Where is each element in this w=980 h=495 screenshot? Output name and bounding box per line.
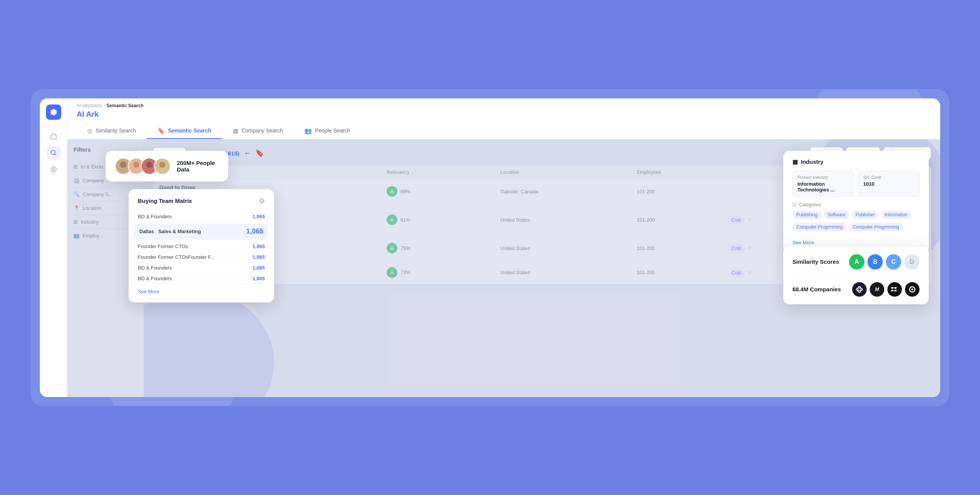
avatar-4 — [154, 158, 171, 175]
score-circle-b: B — [867, 254, 883, 270]
tab-semantic-icon: 🔖 — [157, 127, 165, 134]
tab-similarity-search[interactable]: ◎ Similarity Search — [77, 123, 147, 139]
svg-point-11 — [856, 288, 862, 291]
back-arrow-icon[interactable]: ← — [244, 149, 251, 157]
col-location: Location — [500, 170, 637, 175]
filter-industry[interactable]: ⊞ Industry — [74, 215, 137, 229]
filter-location-label: Location — [83, 205, 101, 211]
matrix-row-2: Founder Former CTOs 1,065 — [138, 241, 265, 252]
status-remove-4[interactable]: × — [748, 269, 751, 276]
industry-icon: ▦ — [792, 158, 798, 165]
tab-company-label: Company Search — [242, 127, 283, 134]
tag-information[interactable]: Information — [881, 211, 911, 219]
svg-point-0 — [51, 150, 55, 154]
svg-rect-16 — [894, 290, 897, 291]
gear-icon[interactable]: ⚙ — [259, 197, 265, 205]
sort-icon[interactable]: ↓ — [411, 170, 413, 175]
filter-in-exclu-label: In & Exclu... — [81, 164, 107, 170]
matrix-label-5: BD & Founders — [138, 276, 172, 281]
similarity-scores-card: Similarity Scores A B C D 68.4M Companie… — [783, 247, 929, 304]
filter-employ-label: Employ... — [83, 233, 103, 239]
matrix-count-3: 1,065 — [252, 254, 265, 260]
filter-employ-icon: 👥 — [74, 233, 80, 239]
svg-point-1 — [51, 167, 56, 172]
app-title-prefix: AI — [77, 110, 84, 118]
sidebar-item-settings[interactable] — [47, 163, 60, 176]
filter-location[interactable]: 📍 Location — [74, 201, 137, 215]
status-remove-3[interactable]: × — [748, 245, 751, 251]
col-employees: Employees — [637, 170, 728, 175]
location-cell-3: United States — [500, 245, 637, 251]
svg-point-18 — [911, 288, 913, 290]
score-circle-d: D — [904, 254, 920, 270]
content-area: 🔖 Saved Account (457,615) ← 🔖 💾 Save ⬇ — [67, 139, 940, 397]
svg-point-12 — [858, 286, 861, 292]
score-circle-c: C — [886, 254, 901, 270]
bookmark-icon-2[interactable]: 🔖 — [255, 149, 264, 157]
filter-employ[interactable]: 👥 Employ... — [74, 229, 137, 242]
tag-publisher[interactable]: Publisher — [852, 211, 879, 219]
location-cell-4: United States — [500, 270, 637, 275]
primary-industry-label: Primary Industry — [797, 175, 849, 180]
filter-company-s-icon: 🔍 — [74, 191, 80, 197]
employees-cell-3: 101-200 — [637, 245, 728, 251]
company-logo-4 — [905, 282, 920, 297]
svg-point-10 — [157, 167, 167, 174]
company-logos: M — [852, 282, 920, 297]
company-logo-2: M — [870, 282, 884, 297]
sic-code-field: SIC Code 1010 — [858, 171, 920, 197]
score-circle-a: A — [849, 254, 864, 270]
industry-card: ▦ Industry Primary Industry Information … — [783, 151, 929, 253]
filter-in-exclu-icon: ⊞ — [74, 164, 78, 170]
matrix-row-highlight: Dallas Sales & Marketing 1,065 — [135, 224, 268, 240]
location-cell-1: Oakville, Canada — [500, 189, 637, 194]
svg-point-7 — [146, 162, 152, 168]
see-more-industry[interactable]: See More — [792, 235, 920, 246]
tab-similarity-label: Similarity Search — [96, 127, 136, 134]
breadcrumb-separator: / — [104, 103, 105, 108]
svg-point-6 — [131, 167, 141, 174]
primary-industry-field: Primary Industry Information Technologie… — [792, 171, 854, 197]
location-cell-2: United States — [500, 217, 637, 223]
tag-software[interactable]: Software — [823, 211, 849, 219]
app-title-main: Ark — [86, 110, 99, 118]
svg-point-3 — [120, 162, 126, 168]
sidebar-item-search[interactable] — [47, 146, 60, 160]
breadcrumb-current: Semantic Search — [106, 103, 144, 108]
tab-semantic-search[interactable]: 🔖 Semantic Search — [147, 123, 222, 139]
svg-rect-13 — [891, 287, 893, 289]
status-tag-2: Cold — [728, 216, 745, 224]
filter-industry-label: Industry — [81, 219, 98, 225]
status-remove-2[interactable]: × — [748, 216, 751, 223]
employees-cell-1: 101-200 — [637, 189, 728, 194]
tab-company-search[interactable]: ▦ Company Search — [222, 123, 294, 139]
relevancy-cell-4: A 73% — [387, 267, 500, 278]
main-content: AI elephants / Semantic Search AI Ark ◎ … — [67, 98, 940, 397]
see-more-buying[interactable]: See More — [138, 284, 265, 295]
svg-point-4 — [118, 167, 128, 174]
score-pct-4: 73% — [400, 270, 410, 275]
score-badge-4: A — [387, 267, 397, 278]
relevancy-cell-1: A 88% — [387, 186, 500, 197]
filter-company-s[interactable]: 🔍 Company S... — [74, 188, 137, 201]
tag-computer-prog-2[interactable]: Computer Progrmming — [849, 223, 903, 231]
sic-code-label: SIC Code — [863, 175, 915, 180]
score-badge-2: A — [387, 214, 397, 225]
app-logo — [46, 105, 61, 120]
tab-people-search[interactable]: 👥 People Search — [294, 123, 361, 139]
score-pct-3: 75% — [400, 245, 410, 251]
matrix-count-4: 1,065 — [252, 265, 265, 271]
matrix-label-1: BD & Founders — [138, 214, 172, 219]
app-header: AI elephants / Semantic Search AI Ark ◎ … — [67, 98, 940, 139]
primary-industry-value: Information Technologies ... — [797, 181, 849, 193]
tag-publishing[interactable]: Publishing — [792, 211, 821, 219]
app-title: AI Ark — [77, 110, 931, 119]
tag-computer-prog-1[interactable]: Computer Progrmming — [792, 223, 846, 231]
status-tag-3: Cold — [728, 245, 745, 252]
see-more-label: See More — [138, 289, 159, 294]
sidebar-item-home[interactable] — [47, 129, 60, 143]
similarity-header: Similarity Scores A B C D — [792, 254, 920, 270]
sidebar — [40, 98, 67, 397]
matrix-row-5: BD & Founders 1,065 — [138, 273, 265, 284]
score-badge-3: A — [387, 243, 397, 253]
